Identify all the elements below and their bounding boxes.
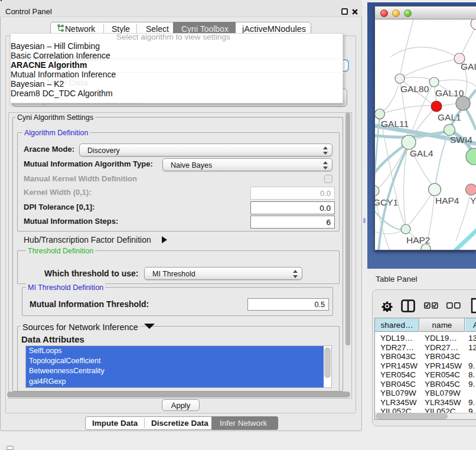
svg-text:Y: Y	[470, 195, 476, 206]
svg-text:GAL10: GAL10	[435, 88, 464, 98]
svg-text:GAL80: GAL80	[400, 84, 429, 94]
svg-text:GCY1: GCY1	[375, 197, 398, 207]
svg-text:HAP2: HAP2	[406, 235, 431, 245]
svg-text:GAL1: GAL1	[438, 112, 461, 122]
svg-text:GAL7: GAL7	[461, 61, 476, 71]
svg-text:GAL11: GAL11	[381, 119, 409, 129]
svg-text:SWI4: SWI4	[450, 135, 472, 145]
svg-text:HAP4: HAP4	[435, 195, 459, 206]
svg-text:GAL4: GAL4	[410, 148, 433, 158]
